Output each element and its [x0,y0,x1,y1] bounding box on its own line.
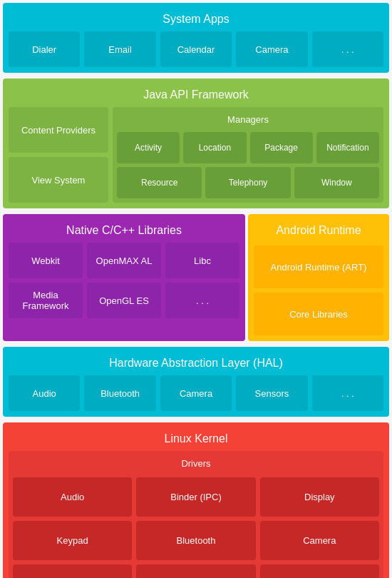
android-runtime-title: Android Runtime [254,220,383,243]
linux-drivers-grid: Audio Binder (IPC) Display Keypad Blueto… [13,477,379,578]
list-item: OpenMAX AL [87,243,161,278]
android-runtime-layer: Android Runtime Android Runtime (ART) Co… [248,214,389,341]
java-api-right: Managers Activity Location Package Notif… [113,107,383,203]
managers-grid-row1: Activity Location Package Notification [117,132,379,163]
java-api-left: Content Providers View System [9,107,108,203]
list-item: Resource [117,167,202,198]
managers-grid-row2: Resource Telephony Window [117,167,379,198]
list-item: Libc [165,243,239,278]
list-item: Location [183,132,246,163]
list-item: Calendar [160,31,232,67]
content-providers-cell: Content Providers [9,107,108,153]
view-system-cell: View System [9,157,108,203]
linux-kernel-title: Linux Kernel [9,428,383,451]
list-item: . . . [312,31,383,67]
hal-title: Hardware Abstraction Layer (HAL) [9,353,383,375]
list-item: OpenGL ES [87,283,161,318]
linux-kernel-layer: Linux Kernel Drivers Audio Binder (IPC) … [3,422,389,578]
linux-kernel-inner: Drivers Audio Binder (IPC) Display Keypa… [9,451,383,578]
middle-row: Native C/C++ Libraries Webkit OpenMAX AL… [3,214,389,341]
list-item: Keypad [13,521,132,560]
list-item: Dialer [9,31,80,67]
managers-box: Managers Activity Location Package Notif… [113,107,383,203]
hal-cells: Audio Bluetooth Camera Sensors . . . [9,375,383,411]
list-item: Audio [9,375,80,411]
managers-title: Managers [117,111,379,129]
java-api-title: Java API Framework [9,84,383,107]
list-item: Audio [13,477,132,517]
list-item: Activity [117,132,180,163]
list-item: Shared Memory [13,564,132,578]
system-apps-cells: Dialer Email Calendar Camera . . . [9,31,383,67]
system-apps-layer: System Apps Dialer Email Calendar Camera… [3,3,389,73]
core-libs-cell: Core Libraries [254,293,383,335]
native-layer: Native C/C++ Libraries Webkit OpenMAX AL… [3,214,245,341]
list-item: Display [260,477,379,517]
java-api-inner: Content Providers View System Managers A… [9,107,383,203]
list-item: Notification [316,132,379,163]
native-title: Native C/C++ Libraries [9,220,239,243]
native-grid: Webkit OpenMAX AL Libc Media Framework O… [9,243,239,318]
list-item: WIFI [260,564,379,578]
list-item: Media Framework [9,283,83,318]
list-item: . . . [312,375,383,411]
list-item: Bluetooth [84,375,155,411]
list-item: Bluetooth [136,521,255,560]
list-item: Binder (IPC) [136,477,255,517]
list-item: . . . [165,283,239,318]
drivers-title: Drivers [13,455,379,473]
list-item: USB [136,564,255,578]
list-item: Email [84,31,155,67]
system-apps-title: System Apps [9,9,383,31]
java-api-layer: Java API Framework Content Providers Vie… [3,78,389,208]
android-runtime-cells: Android Runtime (ART) Core Libraries [254,245,383,335]
list-item: Window [294,167,379,198]
art-cell: Android Runtime (ART) [254,245,383,288]
list-item: Telephony [205,167,290,198]
list-item: Webkit [9,243,83,278]
hal-layer: Hardware Abstraction Layer (HAL) Audio B… [3,347,389,417]
list-item: Package [250,132,313,163]
list-item: Sensors [236,375,307,411]
list-item: Camera [160,375,232,411]
list-item: Camera [260,521,379,560]
list-item: Camera [236,31,307,67]
